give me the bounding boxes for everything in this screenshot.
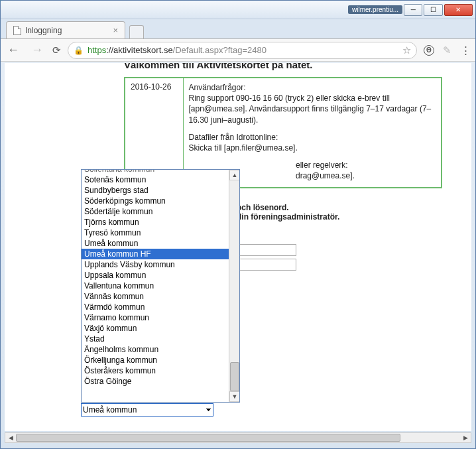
dropdown-item[interactable]: Sundbybergs stad <box>82 185 229 196</box>
page-title: Välkommen till Aktivitetskortet på nätet… <box>124 63 471 70</box>
user-badge: wilmer.prentiu... <box>348 5 402 14</box>
info-p2-title: Datafiler från Idrottonline: <box>189 133 278 142</box>
info-p1-body: Ring support 090-16 16 60 (tryck 2) elle… <box>189 94 432 124</box>
dropdown-item[interactable]: Österåkers kommun <box>82 365 229 376</box>
menu-button[interactable]: ⋮ <box>459 44 471 56</box>
back-button[interactable]: ← <box>5 43 22 57</box>
lock-icon: 🔒 <box>74 46 84 55</box>
reload-button[interactable]: ⟳ <box>52 44 61 56</box>
hscroll-thumb[interactable] <box>16 434 400 442</box>
kommun-select[interactable]: Umeå kommun <box>81 403 213 417</box>
tab-title: Inloggning <box>25 26 62 35</box>
extension-icon-2[interactable]: ✎ <box>441 44 453 56</box>
browser-window: wilmer.prentiu... ─ ☐ ✕ Inloggning × ← →… <box>0 0 476 449</box>
dropdown-item[interactable]: Söderköpings kommun <box>82 196 229 206</box>
url-path: /Default.aspx?ftag=2480 <box>173 45 267 55</box>
tab-inloggning[interactable]: Inloggning × <box>6 21 125 38</box>
page-viewport: Välkommen till Aktivitetskortet på nätet… <box>5 63 471 431</box>
dropdown-item[interactable]: Värnamo kommun <box>82 312 229 323</box>
close-button[interactable]: ✕ <box>444 4 473 16</box>
info-p2-body: Skicka till [apn.filer@umea.se]. <box>189 143 298 153</box>
bookmark-star-icon[interactable]: ☆ <box>402 44 411 56</box>
tab-strip: Inloggning × <box>1 19 475 39</box>
dropdown-item[interactable]: Värmdö kommun <box>82 302 229 312</box>
forward-button[interactable]: → <box>29 43 46 57</box>
dropdown-item[interactable]: Östra Göinge <box>82 376 229 387</box>
dropdown-item[interactable]: Örkelljunga kommun <box>82 355 229 365</box>
dropdown-item[interactable]: Tyresö kommun <box>82 227 229 238</box>
dropdown-item[interactable]: Vallentuna kommun <box>82 281 229 291</box>
dropdown-item[interactable]: Växjö kommun <box>82 323 229 334</box>
dropdown-item[interactable]: Umeå kommun HF <box>82 249 229 259</box>
browser-toolbar: ← → ⟳ 🔒 https://aktivitetskort.se/Defaul… <box>1 39 475 62</box>
page-icon <box>13 26 21 35</box>
dropdown-item[interactable]: Sollentuna kommun <box>82 170 229 174</box>
minimize-button[interactable]: ─ <box>404 4 422 16</box>
window-titlebar: wilmer.prentiu... ─ ☐ ✕ <box>1 1 475 19</box>
dropdown-item[interactable]: Södertälje kommun <box>82 206 229 217</box>
dropdown-item[interactable]: Ystad <box>82 334 229 344</box>
new-tab-button[interactable] <box>129 25 144 38</box>
scroll-down-icon[interactable]: ▼ <box>229 391 240 402</box>
dropdown-item[interactable]: Sotenäs kommun <box>82 174 229 185</box>
tab-close-icon[interactable]: × <box>113 25 118 35</box>
scroll-thumb[interactable] <box>230 362 239 391</box>
extension-icon[interactable]: Θ <box>424 45 434 56</box>
dropdown-item[interactable]: Umeå kommun <box>82 238 229 249</box>
dropdown-scrollbar[interactable]: ▲ ▼ <box>229 170 239 402</box>
hscroll-right-icon[interactable]: ▶ <box>460 433 471 442</box>
dropdown-item[interactable]: Tjörns kommun <box>82 217 229 227</box>
kommun-dropdown-list[interactable]: Sollentuna kommunSotenäs kommunSundbyber… <box>81 169 240 403</box>
dropdown-item[interactable]: Vännäs kommun <box>82 291 229 302</box>
horizontal-scrollbar[interactable]: ◀ ▶ <box>5 432 471 443</box>
login-line2: din föreningsadministratör. <box>237 212 339 222</box>
address-bar[interactable]: 🔒 https://aktivitetskort.se/Default.aspx… <box>68 42 417 59</box>
dropdown-item[interactable]: Ängelholms kommun <box>82 344 229 355</box>
login-line1: och lösenord. <box>237 203 289 212</box>
dropdown-options: Sollentuna kommunSotenäs kommunSundbyber… <box>82 170 229 402</box>
scroll-up-icon[interactable]: ▲ <box>229 170 240 180</box>
dropdown-item[interactable]: Uppsala kommun <box>82 270 229 281</box>
info-p3b: drag@umea.se]. <box>296 171 355 180</box>
url-scheme: https <box>88 45 106 55</box>
info-p1-title: Användarfrågor: <box>189 83 246 92</box>
hscroll-left-icon[interactable]: ◀ <box>5 433 16 442</box>
info-p3a: eller regelverk: <box>296 160 348 170</box>
url-domain: ://aktivitetskort.se <box>106 45 172 55</box>
dropdown-item[interactable]: Upplands Väsby kommun <box>82 259 229 270</box>
maximize-button[interactable]: ☐ <box>424 4 442 16</box>
